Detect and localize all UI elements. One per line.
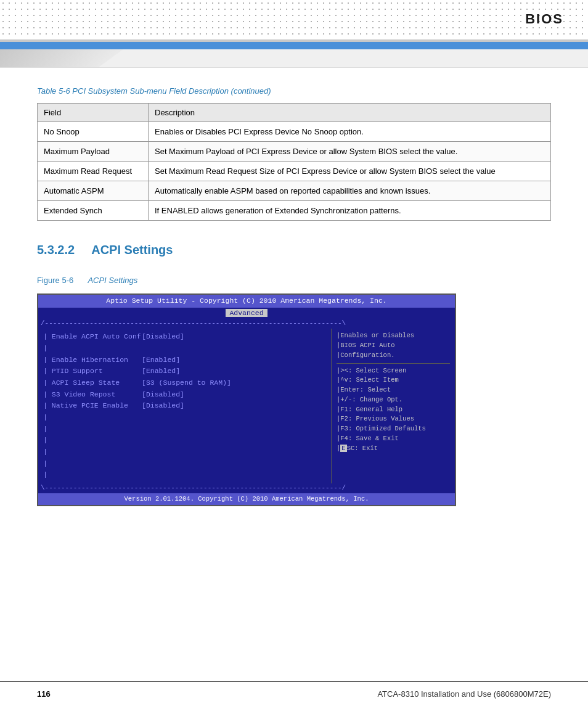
bios-field-row: | Enable ACPI Auto Conf [Disabled] bbox=[43, 331, 326, 343]
figure-number: Figure 5-6 bbox=[37, 276, 73, 285]
table-header-description: Description bbox=[149, 104, 551, 122]
header-blue-bar bbox=[0, 42, 588, 49]
field-description-table: Field Description No SnoopEnables or Dis… bbox=[37, 103, 551, 221]
bios-bottom-bar: Version 2.01.1204. Copyright (C) 2010 Am… bbox=[38, 493, 455, 505]
bios-right-panel: |Enables or Disables|BIOS ACPI Auto|Conf… bbox=[332, 329, 455, 483]
header-dots bbox=[0, 0, 588, 37]
bios-nav-line: |F4: Save & Exit bbox=[337, 434, 450, 444]
bios-empty-line: | bbox=[43, 435, 326, 446]
bios-title-bar: Aptio Setup Utility - Copyright (C) 2010… bbox=[38, 295, 455, 308]
bios-nav-line: |F1: General Help bbox=[337, 405, 450, 415]
bios-nav-line: |F2: Previous Values bbox=[337, 414, 450, 424]
table-cell-description: Enables or Disables PCI Express Device N… bbox=[149, 122, 551, 142]
bios-empty-line: | bbox=[43, 458, 326, 470]
bios-body: | Enable ACPI Auto Conf [Disabled]|| Ena… bbox=[38, 329, 455, 483]
figure-caption: Figure 5-6 ACPI Settings bbox=[37, 276, 551, 285]
bios-nav-line: |><: Select Screen bbox=[337, 366, 450, 376]
section-heading: 5.3.2.2 ACPI Settings bbox=[37, 243, 551, 257]
table-row: Maximum PayloadSet Maximum Payload of PC… bbox=[38, 142, 551, 162]
bios-field-label: | ACPI Sleep State bbox=[43, 378, 142, 388]
bios-help-text: |Enables or Disables|BIOS ACPI Auto|Conf… bbox=[337, 331, 450, 360]
section-title: ACPI Settings bbox=[91, 243, 173, 257]
page-footer: 116 ATCA-8310 Installation and Use (6806… bbox=[0, 681, 588, 706]
bios-field-value: [Disabled] bbox=[142, 401, 184, 411]
table-cell-description: Automatically enable ASPM based on repor… bbox=[149, 181, 551, 201]
bios-field-value: [Enabled] bbox=[142, 355, 180, 366]
bios-field-row: | S3 Video Repost [Disabled] bbox=[43, 389, 326, 401]
bios-nav-line: |F3: Optimized Defaults bbox=[337, 424, 450, 434]
bios-field-value: [Enabled] bbox=[142, 366, 180, 377]
table-row: Automatic ASPMAutomatically enable ASPM … bbox=[38, 181, 551, 201]
table-cell-description: Set Maximum Payload of PCI Express Devic… bbox=[149, 142, 551, 162]
sub-header bbox=[0, 49, 588, 68]
table-row: Maximum Read RequestSet Maximum Read Req… bbox=[38, 162, 551, 181]
bios-tab-bar: Advanced bbox=[38, 308, 455, 319]
bios-empty-line: | bbox=[43, 412, 326, 424]
header-title: BIOS bbox=[525, 11, 563, 27]
bios-field-row: | PTID Support [Enabled] bbox=[43, 366, 326, 377]
table-caption: Table 5-6 PCI Subsystem Sub-menu Field D… bbox=[37, 86, 551, 96]
table-row: No SnoopEnables or Disables PCI Express … bbox=[38, 122, 551, 142]
bios-help-divider bbox=[337, 363, 450, 364]
bios-field-label: | Enable Hibernation bbox=[43, 355, 142, 366]
bios-help-line: |Enables or Disables bbox=[337, 331, 450, 341]
bios-separator-bottom: \---------------------------------------… bbox=[38, 483, 455, 493]
bios-active-tab: Advanced bbox=[226, 309, 267, 317]
table-cell-description: Set Maximum Read Request Size of PCI Exp… bbox=[149, 162, 551, 181]
bios-help-line: |BIOS ACPI Auto bbox=[337, 341, 450, 351]
bios-empty-line: | bbox=[43, 343, 326, 355]
bios-empty-line: | bbox=[43, 446, 326, 458]
bios-field-row: | Enable Hibernation [Enabled] bbox=[43, 355, 326, 366]
bios-field-value: [Disabled] bbox=[142, 332, 184, 342]
bios-field-row: | Native PCIE Enable [Disabled] bbox=[43, 400, 326, 412]
table-cell-description: If ENABLED allows generation of Extended… bbox=[149, 201, 551, 221]
footer-page-number: 116 bbox=[37, 689, 51, 699]
bios-nav-line: |+/-: Change Opt. bbox=[337, 395, 450, 405]
bios-nav-line: |Enter: Select bbox=[337, 385, 450, 395]
bios-screen: Aptio Setup Utility - Copyright (C) 2010… bbox=[37, 293, 456, 506]
table-cell-field: Maximum Payload bbox=[38, 142, 149, 162]
page-header: BIOS bbox=[0, 0, 588, 49]
bios-separator-top: /---------------------------------------… bbox=[38, 319, 455, 329]
bios-nav-help: |><: Select Screen|^v: Select Item|Enter… bbox=[337, 366, 450, 454]
bios-nav-line: |ESC: Exit bbox=[337, 444, 450, 454]
figure-title: ACPI Settings bbox=[88, 276, 137, 285]
bios-field-label: | S3 Video Repost bbox=[43, 390, 142, 400]
bios-help-line: |Configuration. bbox=[337, 351, 450, 361]
bios-empty-line: | bbox=[43, 469, 326, 481]
table-row: Extended SynchIf ENABLED allows generati… bbox=[38, 201, 551, 221]
table-cell-field: No Snoop bbox=[38, 122, 149, 142]
footer-document-title: ATCA-8310 Installation and Use (6806800M… bbox=[377, 689, 551, 699]
table-cell-field: Extended Synch bbox=[38, 201, 149, 221]
bios-field-value: [S3 (Suspend to RAM)] bbox=[142, 378, 231, 388]
main-content: Table 5-6 PCI Subsystem Sub-menu Field D… bbox=[0, 68, 588, 556]
bios-field-row: | ACPI Sleep State [S3 (Suspend to RAM)] bbox=[43, 377, 326, 389]
bios-field-value: [Disabled] bbox=[142, 390, 184, 400]
table-cell-field: Maximum Read Request bbox=[38, 162, 149, 181]
bios-nav-line: |^v: Select Item bbox=[337, 376, 450, 385]
section-number: 5.3.2.2 bbox=[37, 243, 75, 257]
bios-empty-line: | bbox=[43, 424, 326, 435]
bios-left-panel: | Enable ACPI Auto Conf [Disabled]|| Ena… bbox=[38, 329, 332, 483]
bios-field-label: | Native PCIE Enable bbox=[43, 401, 142, 411]
table-header-field: Field bbox=[38, 104, 149, 122]
bios-field-label: | Enable ACPI Auto Conf bbox=[43, 332, 142, 342]
bios-field-label: | PTID Support bbox=[43, 366, 142, 377]
table-cell-field: Automatic ASPM bbox=[38, 181, 149, 201]
